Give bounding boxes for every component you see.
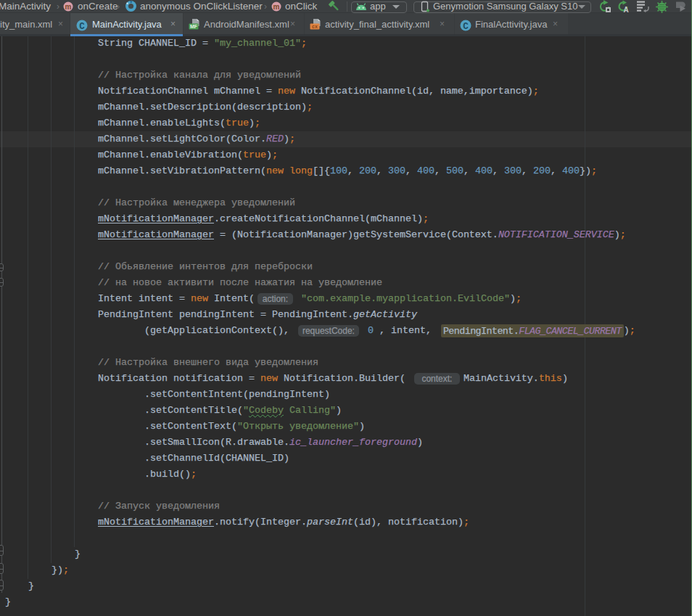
svg-text:C: C — [79, 21, 85, 31]
svg-text:m: m — [273, 3, 280, 11]
svg-text:A: A — [624, 6, 629, 14]
svg-text:C: C — [463, 21, 469, 31]
svg-text:MF: MF — [190, 24, 198, 29]
svg-text:cx: cx — [312, 24, 318, 29]
svg-text:m: m — [65, 3, 72, 11]
